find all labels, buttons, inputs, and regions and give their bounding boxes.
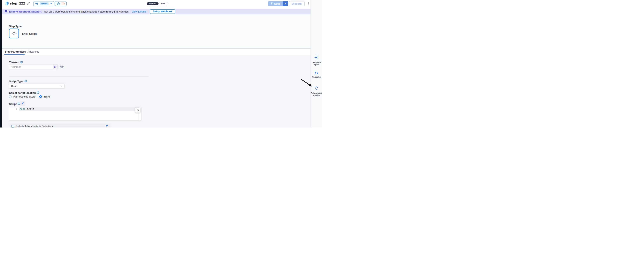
code-icon: </> — [12, 32, 16, 36]
info-icon[interactable] — [20, 61, 23, 64]
step-parameters-form: Timeout Σx Scri — [2, 55, 310, 128]
tab-advanced[interactable]: Advanced — [28, 48, 40, 55]
timeout-input[interactable] — [9, 64, 53, 69]
info-icon[interactable] — [18, 102, 20, 106]
info-icon[interactable] — [24, 80, 27, 83]
step-type-label: Step Type — [9, 25, 22, 28]
pushpin-icon — [22, 102, 24, 105]
current-line-highlight — [19, 108, 139, 111]
expand-icon — [136, 108, 139, 112]
sidebar-item-label: Variables — [311, 76, 322, 78]
toggle-visual[interactable]: VISUAL — [147, 2, 158, 5]
radio-harness-file-store[interactable] — [9, 95, 12, 98]
template-studio-page: step_222 v1 STABLE — [0, 0, 322, 128]
sidebar-item-referencing-entries[interactable]: Referencing Entries — [311, 86, 322, 96]
right-sidebar: Template Inputs Σx Variables Referencing… — [310, 0, 322, 128]
step-type-section: Step Type </> Shell Script — [2, 14, 310, 48]
shell-script-card: </> — [9, 28, 19, 38]
sidebar-item-variables[interactable]: Σx Variables — [311, 71, 322, 78]
radio-label[interactable]: Harness File Store — [13, 95, 36, 98]
pencil-icon — [27, 3, 30, 6]
visual-yaml-toggle: VISUAL YAML — [146, 2, 168, 5]
sidebar-item-label: Template Inputs — [311, 61, 322, 66]
stable-badge: STABLE — [40, 2, 49, 5]
toggle-yaml[interactable]: YAML — [158, 2, 168, 5]
webhook-banner: Enable Webhook Support Set up a webhook … — [2, 8, 310, 14]
discard-button[interactable]: Discard — [289, 1, 304, 6]
chevron-down-icon — [60, 84, 63, 88]
pin-script-button[interactable] — [20, 101, 25, 106]
pushpin-icon[interactable] — [106, 124, 108, 128]
banner-description: Set up a webhook to sync and track chang… — [44, 10, 128, 13]
save-label: Save — [274, 2, 280, 5]
radio-label[interactable]: Inline — [44, 95, 50, 98]
script-location-options: Harness File Store Inline — [9, 95, 50, 98]
timeout-label: Timeout — [9, 61, 23, 64]
script-type-value: Bash — [11, 84, 60, 88]
version-label: v1 — [35, 2, 38, 5]
reconcile-timer-icon[interactable] — [62, 2, 65, 6]
more-options-button[interactable] — [306, 2, 310, 6]
chevron-down-icon — [284, 2, 287, 5]
banner-title: Enable Webhook Support — [9, 10, 42, 13]
include-selectors-checkbox[interactable] — [11, 125, 14, 128]
page-title: step_222 — [10, 2, 25, 6]
include-selectors-label[interactable]: Include Infrastructure Selectors — [16, 125, 106, 128]
collapsed-nav-strip — [0, 0, 2, 128]
header: step_222 v1 STABLE — [2, 0, 310, 7]
tab-bar: Step Parameters Advanced — [2, 48, 310, 55]
edit-name-button[interactable] — [26, 2, 30, 6]
save-options-button[interactable] — [282, 1, 288, 6]
tab-step-parameters[interactable]: Step Parameters — [5, 48, 26, 55]
include-infrastructure-selectors-row: Include Infrastructure Selectors — [10, 124, 110, 128]
template-inputs-icon — [314, 56, 318, 60]
chevron-down-icon — [50, 2, 52, 5]
variables-icon: Σx — [314, 71, 318, 75]
git-actions-group — [55, 1, 66, 6]
upload-arrow-icon — [270, 2, 273, 5]
save-split-button: Save — [268, 1, 288, 6]
radio-inline[interactable] — [39, 95, 42, 98]
harness-template-logo-icon — [6, 2, 9, 6]
version-selector[interactable]: v1 STABLE — [33, 1, 54, 6]
script-location-label: Select script location — [9, 91, 40, 94]
timeout-field-group: Σx — [9, 64, 58, 70]
view-details-link[interactable]: View Details — [132, 10, 146, 13]
script-code-editor[interactable]: 1 echo hello — [9, 107, 142, 120]
info-icon[interactable] — [37, 91, 40, 94]
expand-editor-button[interactable] — [135, 108, 140, 112]
sidebar-item-template-inputs[interactable]: Template Inputs — [311, 56, 322, 66]
code-line: echo hello — [20, 108, 34, 110]
info-icon — [5, 10, 8, 13]
input-settings-gear-icon[interactable] — [60, 65, 64, 69]
sidebar-item-label: Referencing Entries — [311, 92, 322, 96]
script-label: Script — [9, 102, 20, 106]
referencing-entries-icon — [314, 86, 318, 91]
line-number: 1 — [9, 108, 17, 110]
step-type-value: Shell Script — [22, 32, 37, 35]
expression-input-icon[interactable]: Σx — [53, 64, 58, 69]
git-sync-icon[interactable] — [57, 2, 60, 6]
save-button[interactable]: Save — [268, 1, 282, 6]
script-type-select[interactable]: Bash — [9, 84, 65, 89]
script-type-label: Script Type — [9, 80, 27, 83]
setup-webhook-button[interactable]: Setup Webhook — [150, 10, 175, 14]
